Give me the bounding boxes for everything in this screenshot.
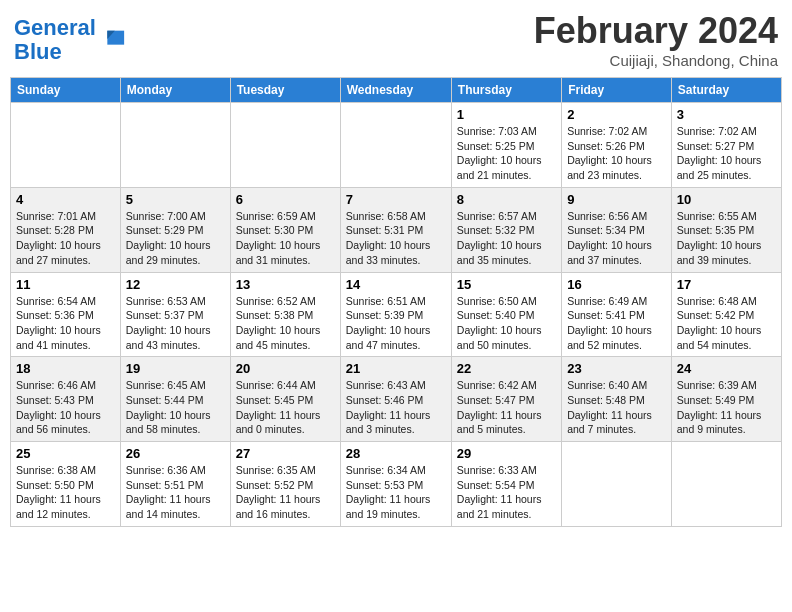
calendar-cell: 29Sunrise: 6:33 AM Sunset: 5:54 PM Dayli…	[451, 442, 561, 527]
day-number: 15	[457, 277, 556, 292]
day-info: Sunrise: 6:42 AM Sunset: 5:47 PM Dayligh…	[457, 378, 556, 437]
calendar-cell: 24Sunrise: 6:39 AM Sunset: 5:49 PM Dayli…	[671, 357, 781, 442]
day-number: 23	[567, 361, 666, 376]
calendar-cell: 19Sunrise: 6:45 AM Sunset: 5:44 PM Dayli…	[120, 357, 230, 442]
day-header-sunday: Sunday	[11, 78, 121, 103]
title-block: February 2024 Cuijiaji, Shandong, China	[534, 10, 778, 69]
month-title: February 2024	[534, 10, 778, 52]
calendar-cell: 10Sunrise: 6:55 AM Sunset: 5:35 PM Dayli…	[671, 187, 781, 272]
calendar-cell: 1Sunrise: 7:03 AM Sunset: 5:25 PM Daylig…	[451, 103, 561, 188]
day-info: Sunrise: 6:57 AM Sunset: 5:32 PM Dayligh…	[457, 209, 556, 268]
calendar-cell	[11, 103, 121, 188]
day-number: 9	[567, 192, 666, 207]
day-number: 18	[16, 361, 115, 376]
day-number: 12	[126, 277, 225, 292]
day-info: Sunrise: 6:43 AM Sunset: 5:46 PM Dayligh…	[346, 378, 446, 437]
day-number: 6	[236, 192, 335, 207]
day-info: Sunrise: 6:52 AM Sunset: 5:38 PM Dayligh…	[236, 294, 335, 353]
day-number: 16	[567, 277, 666, 292]
day-info: Sunrise: 6:40 AM Sunset: 5:48 PM Dayligh…	[567, 378, 666, 437]
calendar-cell: 3Sunrise: 7:02 AM Sunset: 5:27 PM Daylig…	[671, 103, 781, 188]
calendar-cell: 4Sunrise: 7:01 AM Sunset: 5:28 PM Daylig…	[11, 187, 121, 272]
calendar-cell	[340, 103, 451, 188]
day-info: Sunrise: 6:33 AM Sunset: 5:54 PM Dayligh…	[457, 463, 556, 522]
day-info: Sunrise: 6:55 AM Sunset: 5:35 PM Dayligh…	[677, 209, 776, 268]
day-header-friday: Friday	[562, 78, 672, 103]
day-number: 7	[346, 192, 446, 207]
calendar-cell: 9Sunrise: 6:56 AM Sunset: 5:34 PM Daylig…	[562, 187, 672, 272]
calendar-cell: 5Sunrise: 7:00 AM Sunset: 5:29 PM Daylig…	[120, 187, 230, 272]
day-number: 11	[16, 277, 115, 292]
page-header: General Blue February 2024 Cuijiaji, Sha…	[10, 10, 782, 69]
calendar-cell: 2Sunrise: 7:02 AM Sunset: 5:26 PM Daylig…	[562, 103, 672, 188]
calendar-cell: 13Sunrise: 6:52 AM Sunset: 5:38 PM Dayli…	[230, 272, 340, 357]
day-info: Sunrise: 6:48 AM Sunset: 5:42 PM Dayligh…	[677, 294, 776, 353]
calendar-header-row: SundayMondayTuesdayWednesdayThursdayFrid…	[11, 78, 782, 103]
day-number: 22	[457, 361, 556, 376]
location-subtitle: Cuijiaji, Shandong, China	[534, 52, 778, 69]
day-number: 24	[677, 361, 776, 376]
day-info: Sunrise: 7:03 AM Sunset: 5:25 PM Dayligh…	[457, 124, 556, 183]
day-info: Sunrise: 7:02 AM Sunset: 5:27 PM Dayligh…	[677, 124, 776, 183]
calendar-cell: 26Sunrise: 6:36 AM Sunset: 5:51 PM Dayli…	[120, 442, 230, 527]
calendar-cell	[671, 442, 781, 527]
calendar-cell: 20Sunrise: 6:44 AM Sunset: 5:45 PM Dayli…	[230, 357, 340, 442]
day-number: 19	[126, 361, 225, 376]
calendar-table: SundayMondayTuesdayWednesdayThursdayFrid…	[10, 77, 782, 527]
day-info: Sunrise: 6:46 AM Sunset: 5:43 PM Dayligh…	[16, 378, 115, 437]
day-info: Sunrise: 6:45 AM Sunset: 5:44 PM Dayligh…	[126, 378, 225, 437]
day-number: 1	[457, 107, 556, 122]
day-number: 4	[16, 192, 115, 207]
logo-icon	[98, 26, 126, 54]
calendar-cell: 17Sunrise: 6:48 AM Sunset: 5:42 PM Dayli…	[671, 272, 781, 357]
calendar-week-row: 11Sunrise: 6:54 AM Sunset: 5:36 PM Dayli…	[11, 272, 782, 357]
day-header-saturday: Saturday	[671, 78, 781, 103]
day-number: 3	[677, 107, 776, 122]
calendar-cell	[562, 442, 672, 527]
day-info: Sunrise: 7:01 AM Sunset: 5:28 PM Dayligh…	[16, 209, 115, 268]
calendar-cell: 27Sunrise: 6:35 AM Sunset: 5:52 PM Dayli…	[230, 442, 340, 527]
calendar-week-row: 25Sunrise: 6:38 AM Sunset: 5:50 PM Dayli…	[11, 442, 782, 527]
day-info: Sunrise: 6:56 AM Sunset: 5:34 PM Dayligh…	[567, 209, 666, 268]
calendar-week-row: 1Sunrise: 7:03 AM Sunset: 5:25 PM Daylig…	[11, 103, 782, 188]
day-number: 25	[16, 446, 115, 461]
calendar-cell: 18Sunrise: 6:46 AM Sunset: 5:43 PM Dayli…	[11, 357, 121, 442]
calendar-week-row: 4Sunrise: 7:01 AM Sunset: 5:28 PM Daylig…	[11, 187, 782, 272]
day-info: Sunrise: 6:53 AM Sunset: 5:37 PM Dayligh…	[126, 294, 225, 353]
calendar-week-row: 18Sunrise: 6:46 AM Sunset: 5:43 PM Dayli…	[11, 357, 782, 442]
calendar-cell: 14Sunrise: 6:51 AM Sunset: 5:39 PM Dayli…	[340, 272, 451, 357]
calendar-cell: 22Sunrise: 6:42 AM Sunset: 5:47 PM Dayli…	[451, 357, 561, 442]
day-number: 26	[126, 446, 225, 461]
calendar-cell	[230, 103, 340, 188]
logo: General Blue	[14, 16, 126, 64]
day-info: Sunrise: 6:44 AM Sunset: 5:45 PM Dayligh…	[236, 378, 335, 437]
calendar-cell: 11Sunrise: 6:54 AM Sunset: 5:36 PM Dayli…	[11, 272, 121, 357]
day-info: Sunrise: 6:54 AM Sunset: 5:36 PM Dayligh…	[16, 294, 115, 353]
day-info: Sunrise: 6:34 AM Sunset: 5:53 PM Dayligh…	[346, 463, 446, 522]
calendar-cell: 8Sunrise: 6:57 AM Sunset: 5:32 PM Daylig…	[451, 187, 561, 272]
day-number: 27	[236, 446, 335, 461]
day-number: 29	[457, 446, 556, 461]
day-info: Sunrise: 6:59 AM Sunset: 5:30 PM Dayligh…	[236, 209, 335, 268]
calendar-body: 1Sunrise: 7:03 AM Sunset: 5:25 PM Daylig…	[11, 103, 782, 527]
day-number: 5	[126, 192, 225, 207]
day-header-tuesday: Tuesday	[230, 78, 340, 103]
day-number: 13	[236, 277, 335, 292]
logo-text: General Blue	[14, 16, 96, 64]
calendar-cell: 28Sunrise: 6:34 AM Sunset: 5:53 PM Dayli…	[340, 442, 451, 527]
day-number: 28	[346, 446, 446, 461]
day-info: Sunrise: 6:36 AM Sunset: 5:51 PM Dayligh…	[126, 463, 225, 522]
day-info: Sunrise: 7:00 AM Sunset: 5:29 PM Dayligh…	[126, 209, 225, 268]
calendar-cell: 23Sunrise: 6:40 AM Sunset: 5:48 PM Dayli…	[562, 357, 672, 442]
day-info: Sunrise: 6:50 AM Sunset: 5:40 PM Dayligh…	[457, 294, 556, 353]
calendar-cell	[120, 103, 230, 188]
day-number: 17	[677, 277, 776, 292]
day-info: Sunrise: 6:49 AM Sunset: 5:41 PM Dayligh…	[567, 294, 666, 353]
day-header-wednesday: Wednesday	[340, 78, 451, 103]
calendar-cell: 21Sunrise: 6:43 AM Sunset: 5:46 PM Dayli…	[340, 357, 451, 442]
day-header-monday: Monday	[120, 78, 230, 103]
calendar-cell: 7Sunrise: 6:58 AM Sunset: 5:31 PM Daylig…	[340, 187, 451, 272]
day-info: Sunrise: 6:39 AM Sunset: 5:49 PM Dayligh…	[677, 378, 776, 437]
day-info: Sunrise: 6:58 AM Sunset: 5:31 PM Dayligh…	[346, 209, 446, 268]
day-number: 20	[236, 361, 335, 376]
